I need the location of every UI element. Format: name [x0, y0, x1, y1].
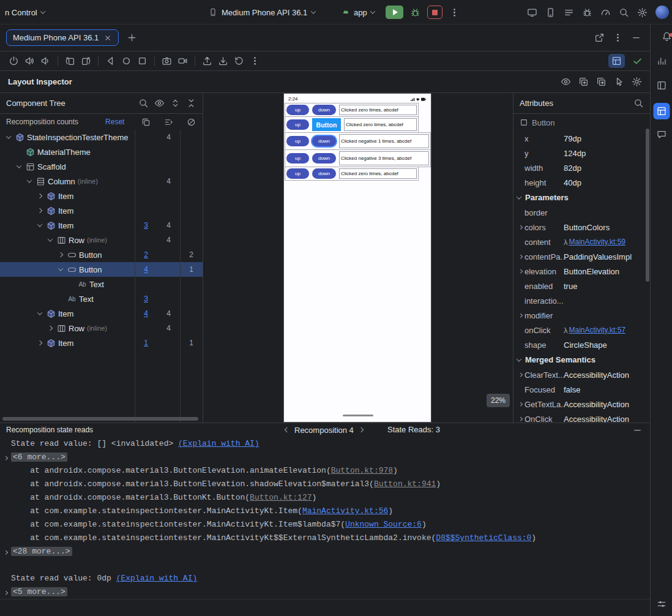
- down-button[interactable]: down: [312, 153, 336, 163]
- recomposition-count-icon[interactable]: [141, 118, 151, 127]
- device-screen[interactable]: 2:24 updownClicked zero times, abcdefupB…: [283, 93, 431, 423]
- child-count-icon[interactable]: [164, 118, 173, 127]
- expand-icon[interactable]: [516, 403, 525, 406]
- tab-running-device[interactable]: Medium Phone API 36.1: [6, 29, 119, 46]
- stack-frame-link[interactable]: MainActivity.kt:56: [302, 506, 388, 516]
- tree-node-text[interactable]: AbText: [0, 277, 203, 291]
- debug-apk-icon[interactable]: [582, 7, 592, 18]
- minimize-icon[interactable]: [632, 425, 643, 435]
- search-icon[interactable]: [619, 7, 629, 18]
- tab-options-icon[interactable]: [613, 32, 623, 43]
- device-explorer-icon[interactable]: [656, 80, 666, 92]
- expand-icon[interactable]: [516, 270, 525, 273]
- pick-element-icon[interactable]: [614, 77, 624, 87]
- tree-node-item[interactable]: Item11: [0, 336, 203, 350]
- screenshot-icon[interactable]: [162, 56, 172, 66]
- stack-frame-link[interactable]: Button.kt:127: [250, 493, 312, 502]
- logcat-icon[interactable]: [564, 7, 574, 18]
- upload-icon[interactable]: [202, 56, 212, 66]
- rotate-right-icon[interactable]: [81, 56, 91, 66]
- vertical-scrollbar[interactable]: [646, 129, 649, 282]
- collapsed-frames-chip[interactable]: <28 more...>: [11, 547, 72, 556]
- attributes-section-merged-semantics[interactable]: Merged Semantics: [513, 352, 650, 367]
- save-icon[interactable]: [218, 56, 228, 66]
- recomposition-count[interactable]: 1: [135, 339, 157, 347]
- tree-node-text[interactable]: AbText3: [0, 291, 203, 306]
- visibility-icon[interactable]: [154, 98, 165, 108]
- tree-node-stateinspectiontestertheme[interactable]: StateInspectionTesterTheme4: [0, 130, 203, 145]
- tree-chevron-icon[interactable]: [45, 238, 54, 242]
- tree-node-scaffold[interactable]: Scaffold: [0, 159, 203, 174]
- layout-inspector-toggle[interactable]: [608, 54, 625, 68]
- inspector-settings-icon[interactable]: [632, 77, 642, 87]
- recomposition-count[interactable]: 3: [135, 221, 157, 230]
- vcs-widget[interactable]: n Control: [5, 0, 45, 24]
- tree-node-button[interactable]: Button41: [0, 262, 203, 277]
- tree-chevron-icon[interactable]: [35, 194, 44, 198]
- attributes-section-parameters[interactable]: Parameters: [513, 190, 650, 205]
- tree-chevron-icon[interactable]: [14, 165, 23, 168]
- expand-icon[interactable]: [516, 314, 525, 317]
- notifications-icon[interactable]: [662, 34, 672, 43]
- stack-frame-link[interactable]: Unknown Source:6: [345, 520, 422, 529]
- tree-node-row[interactable]: Row(inline)4: [0, 233, 203, 247]
- tree-node-row[interactable]: Row(inline)4: [0, 321, 203, 336]
- tree-chevron-icon[interactable]: [4, 135, 13, 139]
- run-config-selector[interactable]: app: [342, 0, 375, 24]
- volume-up-icon[interactable]: [24, 56, 35, 66]
- search-icon[interactable]: [633, 98, 644, 108]
- recomposition-count[interactable]: 2: [135, 250, 157, 259]
- tree-node-column[interactable]: Column(inline)4: [0, 174, 203, 189]
- back-icon[interactable]: [105, 56, 116, 66]
- avatar[interactable]: [655, 6, 669, 19]
- stack-frame-link[interactable]: Button.kt:941: [374, 479, 436, 489]
- search-icon[interactable]: [138, 98, 149, 108]
- device-selector[interactable]: Medium Phone API 36.1: [209, 0, 315, 24]
- next-recomposition-button[interactable]: [359, 427, 364, 432]
- tree-chevron-icon[interactable]: [35, 223, 44, 227]
- tree-node-item[interactable]: Item: [0, 203, 203, 218]
- collapse-all-icon[interactable]: [186, 98, 196, 108]
- expand-icon[interactable]: [4, 545, 7, 558]
- explain-with-ai-link[interactable]: (Explain with AI): [116, 574, 198, 583]
- run-button[interactable]: [386, 6, 403, 19]
- settings-icon[interactable]: [637, 7, 648, 18]
- layout-inspector-stripe-button[interactable]: [653, 103, 670, 119]
- reset-icon[interactable]: [234, 56, 244, 66]
- screen-record-icon[interactable]: [177, 56, 188, 66]
- expand-icon[interactable]: [516, 418, 525, 421]
- horizontal-scrollbar[interactable]: [2, 417, 198, 421]
- attribute-source-link[interactable]: MainActivity.kt:59: [569, 238, 625, 246]
- recents-icon[interactable]: [137, 56, 147, 66]
- tree-node-item[interactable]: Item34: [0, 218, 203, 233]
- power-icon[interactable]: [9, 56, 19, 66]
- export-icon[interactable]: [596, 77, 607, 87]
- stack-frame-link[interactable]: Button.kt:978: [331, 466, 393, 475]
- expand-all-icon[interactable]: [170, 98, 181, 108]
- tune-icon[interactable]: [656, 599, 666, 611]
- prev-recomposition-button[interactable]: [285, 427, 289, 432]
- stop-button[interactable]: [427, 6, 442, 19]
- attribute-source-link[interactable]: MainActivity.kt:57: [569, 326, 625, 334]
- volume-down-icon[interactable]: [40, 56, 51, 66]
- snapshot-icon[interactable]: [578, 77, 589, 87]
- new-tab-button[interactable]: [127, 32, 137, 43]
- assistant-icon[interactable]: [656, 129, 666, 141]
- explain-with-ai-link[interactable]: (Explain with AI): [178, 439, 259, 448]
- tree-node-item[interactable]: Item44: [0, 306, 203, 321]
- home-icon[interactable]: [121, 56, 132, 66]
- up-button[interactable]: up: [286, 119, 309, 130]
- tree-node-item[interactable]: Item: [0, 189, 203, 203]
- expand-icon[interactable]: [4, 451, 7, 464]
- device-mirror-icon[interactable]: [527, 7, 537, 18]
- collapsed-frames-chip[interactable]: <6 more...>: [11, 453, 67, 462]
- sync-device-icon[interactable]: [545, 7, 556, 18]
- tree-chevron-icon[interactable]: [35, 312, 44, 315]
- up-button[interactable]: up: [286, 105, 309, 115]
- live-updates-icon[interactable]: [561, 77, 571, 87]
- down-button[interactable]: down: [312, 105, 336, 115]
- up-button[interactable]: up: [286, 136, 309, 146]
- profiler-icon[interactable]: [656, 56, 666, 68]
- recomposition-count[interactable]: 3: [135, 295, 157, 303]
- debug-button[interactable]: [410, 7, 420, 18]
